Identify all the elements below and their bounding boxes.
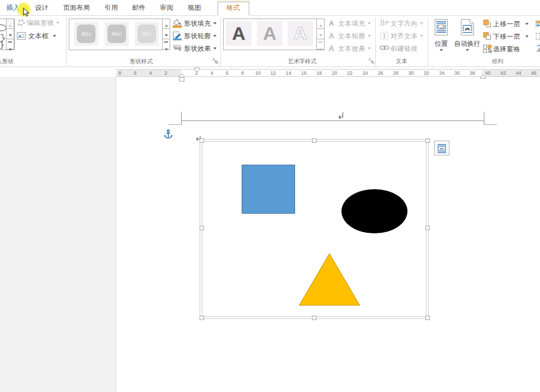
shapes-gallery-down-button[interactable] (6, 29, 14, 39)
outside-page-background (0, 77, 116, 392)
shape-triangle[interactable] (297, 252, 362, 307)
wordart-style-tile[interactable]: A (226, 21, 251, 46)
text-effects-icon: A (329, 44, 337, 52)
tab-references[interactable]: 引用 (105, 0, 118, 15)
wordart-style-tile[interactable]: A (257, 21, 283, 46)
margin-crop-mark-left (169, 124, 181, 125)
text-boundary-left-tick (181, 112, 182, 125)
text-box-icon: A (17, 32, 26, 40)
wordart-styles-gallery[interactable]: A A A (223, 19, 325, 50)
group-objects-icon (536, 32, 540, 40)
ruler-number: 44 (515, 70, 521, 76)
align-text-button[interactable]: 对齐文本 (391, 31, 418, 40)
tab-design[interactable]: 设计 (35, 0, 48, 15)
text-effects-button[interactable]: 文本效果 (338, 44, 365, 53)
layout-options-button[interactable] (434, 141, 449, 155)
shape-rectangle[interactable] (242, 165, 295, 214)
edit-shape-button[interactable]: 编辑形状 (27, 19, 54, 28)
tab-mailings[interactable]: 邮件 (132, 0, 145, 15)
ruler-number: 18 (316, 70, 322, 76)
svg-text:A: A (386, 20, 389, 25)
shape-styles-up-button[interactable] (162, 19, 170, 29)
wordart-down-button[interactable] (316, 29, 325, 39)
shape-effects-icon (172, 44, 182, 52)
canvas-handle-top-right[interactable] (425, 138, 430, 143)
text-effects-dropdown-icon (368, 47, 371, 50)
bring-forward-button[interactable]: 上移一层 (493, 19, 520, 28)
shape-outline-button[interactable]: 形状轮廓 (184, 31, 211, 40)
layout-options-icon (437, 143, 447, 153)
text-outline-button[interactable]: 文本轮廓 (338, 31, 365, 40)
group-label-arrange: 排列 (492, 58, 503, 65)
ruler-number: 22 (347, 70, 352, 76)
tab-review[interactable]: 审阅 (160, 0, 173, 15)
shape-outline-icon (172, 31, 182, 40)
shape-ellipse[interactable] (341, 189, 407, 233)
wordart-more-button[interactable] (316, 39, 325, 50)
margin-crop-mark-right (484, 124, 497, 125)
ruler-number: 36 (454, 70, 460, 76)
selection-pane-button[interactable]: 选择窗格 (493, 44, 520, 53)
text-fill-button[interactable]: 文本填充 (338, 19, 365, 28)
send-backward-button[interactable]: 下移一层 (493, 32, 520, 41)
ruler-number: 2 (165, 70, 167, 76)
shape-styles-dialog-launcher[interactable] (213, 58, 218, 64)
shape-fill-button[interactable]: 形状填充 (184, 19, 211, 28)
wordart-dialog-launcher[interactable] (369, 58, 374, 64)
ruler-number: 8 (241, 70, 244, 76)
ribbon-bottom-border (0, 67, 540, 67)
group-label-text: 文本 (396, 58, 407, 65)
canvas-handle-top-center[interactable] (312, 138, 316, 143)
group-separator (428, 17, 428, 66)
canvas-handle-middle-right[interactable] (425, 226, 430, 230)
selection-pane-icon (483, 45, 493, 53)
left-indent-marker[interactable] (179, 74, 184, 82)
right-indent-marker[interactable] (480, 75, 486, 79)
tab-view[interactable]: 视图 (188, 0, 201, 15)
ruler-number: 4 (149, 70, 152, 76)
canvas-handle-bottom-right[interactable] (425, 316, 430, 320)
group-separator (66, 17, 67, 66)
shape-style-tile[interactable]: Abc (74, 22, 98, 46)
create-link-button[interactable]: 创建链接 (391, 44, 418, 53)
tab-page-layout[interactable]: 页面布局 (63, 0, 90, 15)
wordart-style-tile[interactable]: A (287, 21, 313, 46)
wrap-text-dropdown-icon (466, 49, 469, 51)
shapes-gallery-more-button[interactable] (6, 39, 14, 50)
wrap-text-button[interactable]: 自动换行 (454, 39, 481, 49)
first-line-indent-marker[interactable] (194, 68, 200, 73)
ruler-number: 8 (118, 70, 121, 76)
canvas-handle-bottom-center[interactable] (312, 316, 316, 320)
shape-styles-down-button[interactable] (162, 29, 170, 39)
edit-shape-icon (17, 19, 25, 26)
text-fill-dropdown-icon (368, 22, 371, 25)
shape-style-tile[interactable]: Abc (105, 22, 129, 46)
ruler-number: 32 (424, 70, 429, 76)
shape-styles-more-button[interactable] (162, 39, 170, 50)
tab-format[interactable]: 格式 (226, 0, 239, 15)
bring-forward-icon (483, 20, 491, 28)
shapes-gallery-up-button[interactable] (6, 19, 14, 29)
bring-forward-dropdown-icon (525, 23, 529, 25)
text-boundary-right-tick (484, 112, 484, 125)
group-label-insert-shapes: 插入形状 (0, 58, 14, 65)
wrap-text-icon (461, 19, 474, 35)
canvas-handle-middle-left[interactable] (200, 226, 204, 230)
create-link-icon (380, 45, 389, 51)
mouse-cursor (23, 8, 31, 19)
text-direction-button[interactable]: 文字方向 (391, 19, 418, 28)
shape-effects-button[interactable]: 形状效果 (184, 44, 211, 53)
text-box-button[interactable]: 文本框 (28, 31, 49, 40)
shape-style-tile[interactable]: Abc (135, 22, 159, 46)
group-separator (375, 17, 376, 66)
position-button[interactable]: 位置 (435, 39, 448, 49)
ruler-number: 20 (332, 70, 337, 76)
wordart-up-button[interactable] (316, 19, 325, 29)
align-text-dropdown-icon (420, 35, 423, 37)
canvas-handle-top-left[interactable] (200, 138, 204, 143)
shape-styles-gallery[interactable]: Abc Abc Abc (69, 19, 163, 50)
svg-text:A: A (18, 34, 22, 39)
text-direction-icon: A (380, 19, 389, 27)
rotate-objects-icon (536, 45, 540, 53)
canvas-handle-bottom-left[interactable] (200, 316, 204, 320)
